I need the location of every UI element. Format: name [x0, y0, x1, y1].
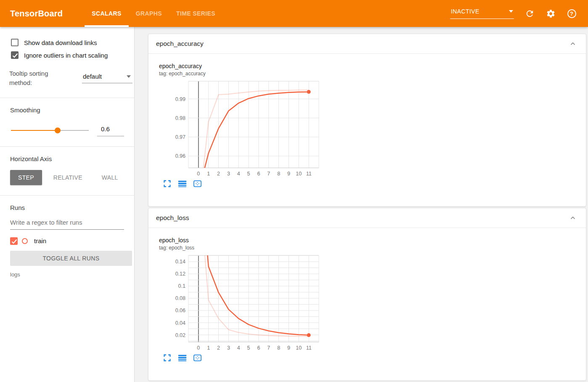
smoothing-slider[interactable]	[11, 127, 89, 134]
chart-title: epoch_loss	[159, 237, 586, 244]
chevron-down-icon	[127, 75, 131, 78]
smoothing-label: Smoothing	[10, 106, 124, 114]
svg-text:0.02: 0.02	[175, 332, 185, 338]
settings-button[interactable]	[545, 8, 556, 19]
fit-to-data-icon	[193, 179, 202, 188]
header-actions: INACTIVE ?	[450, 0, 577, 27]
svg-text:7: 7	[267, 345, 270, 351]
smoothing-value-input[interactable]: 0.6	[97, 125, 124, 136]
fit-domain-button[interactable]	[193, 179, 202, 188]
fullscreen-icon	[163, 353, 172, 362]
chart-toolbar	[163, 179, 586, 188]
horizontal-axis-label: Horizontal Axis	[10, 155, 124, 162]
svg-text:11: 11	[306, 345, 312, 351]
tab-graphs[interactable]: GRAPHS	[129, 0, 169, 27]
slider-thumb[interactable]	[55, 127, 61, 133]
svg-text:6: 6	[257, 171, 260, 177]
run-item-train: train	[10, 237, 124, 245]
gear-icon	[546, 9, 556, 19]
run-train-label: train	[34, 237, 46, 244]
svg-text:6: 6	[257, 345, 260, 351]
svg-text:1: 1	[207, 345, 210, 351]
chart-tag: tag: epoch_accuracy	[159, 71, 586, 77]
runs-directory-label: logs	[10, 271, 124, 278]
card-epoch-accuracy-header[interactable]: epoch_accuracy	[148, 34, 586, 54]
svg-text:0.96: 0.96	[175, 153, 185, 159]
epoch-loss-chart[interactable]: 0.020.040.060.080.10.120.140123456789101…	[172, 254, 320, 352]
settings-sidebar: Show data download links Ignore outliers…	[0, 27, 135, 382]
svg-text:5: 5	[247, 345, 250, 351]
fit-domain-button[interactable]	[193, 353, 202, 362]
svg-text:0.14: 0.14	[175, 259, 185, 265]
svg-text:0: 0	[197, 171, 200, 177]
fit-to-data-icon	[193, 353, 202, 362]
card-epoch-accuracy: epoch_accuracy epoch_accuracy tag: epoch…	[148, 34, 586, 207]
help-button[interactable]: ?	[566, 8, 577, 19]
svg-text:3: 3	[227, 171, 230, 177]
runs-section: Runs Write a regex to filter runs train …	[0, 196, 134, 278]
svg-text:2: 2	[217, 171, 220, 177]
show-download-links-row: Show data download links	[11, 39, 127, 46]
svg-text:0.04: 0.04	[175, 320, 185, 326]
check-icon	[12, 53, 18, 58]
toggle-all-runs-button[interactable]: TOGGLE ALL RUNS	[10, 251, 132, 266]
ignore-outliers-label: Ignore outliers in chart scaling	[24, 52, 108, 59]
chevron-up-icon	[569, 40, 577, 48]
show-download-links-checkbox[interactable]	[11, 39, 19, 46]
svg-text:0.12: 0.12	[175, 271, 185, 277]
view-data-button[interactable]	[178, 353, 187, 362]
svg-text:0.08: 0.08	[175, 295, 185, 301]
tooltip-sorting-row: Tooltip sorting method: default	[9, 69, 132, 88]
svg-text:3: 3	[227, 345, 230, 351]
fullscreen-icon	[163, 179, 172, 188]
tooltip-sorting-value: default	[83, 73, 102, 80]
help-icon: ?	[567, 9, 576, 18]
tab-scalars[interactable]: SCALARS	[85, 0, 128, 27]
svg-text:9: 9	[287, 171, 290, 177]
svg-text:10: 10	[296, 345, 302, 351]
svg-text:0: 0	[197, 345, 200, 351]
run-color-indicator[interactable]	[22, 238, 28, 244]
svg-text:0.99: 0.99	[175, 96, 185, 102]
expand-chart-button[interactable]	[163, 353, 172, 362]
chart-title: epoch_accuracy	[159, 63, 586, 69]
runs-filter-input[interactable]: Write a regex to filter runs	[10, 219, 124, 230]
horizontal-axis-section: Horizontal Axis STEP RELATIVE WALL	[0, 147, 134, 185]
dashboard-content: epoch_accuracy epoch_accuracy tag: epoch…	[135, 27, 588, 382]
svg-text:0.97: 0.97	[175, 134, 185, 140]
svg-text:0.1: 0.1	[178, 283, 185, 289]
svg-text:10: 10	[296, 171, 302, 177]
expand-chart-button[interactable]	[163, 179, 172, 188]
smoothing-section: Smoothing 0.6	[0, 98, 134, 136]
run-train-checkbox[interactable]	[10, 237, 18, 245]
runs-filter-placeholder: Write a regex to filter runs	[10, 219, 82, 226]
card-epoch-loss: epoch_loss epoch_loss tag: epoch_loss 0.…	[148, 208, 586, 381]
view-data-button[interactable]	[178, 179, 187, 188]
data-rows-icon	[178, 353, 187, 362]
axis-step-button[interactable]: STEP	[10, 170, 42, 185]
tab-time-series[interactable]: TIME SERIES	[169, 0, 222, 27]
ignore-outliers-checkbox[interactable]	[11, 51, 19, 59]
app-header: TensorBoard SCALARS GRAPHS TIME SERIES I…	[0, 0, 588, 27]
check-icon	[11, 239, 17, 244]
ignore-outliers-row: Ignore outliers in chart scaling	[11, 51, 127, 59]
svg-text:7: 7	[267, 171, 270, 177]
axis-relative-button[interactable]: RELATIVE	[45, 170, 90, 185]
card-epoch-loss-header[interactable]: epoch_loss	[148, 208, 586, 228]
epoch-accuracy-chart[interactable]: 0.960.970.980.9901234567891011	[172, 80, 320, 178]
axis-wall-button[interactable]: WALL	[94, 170, 126, 185]
svg-text:4: 4	[237, 171, 240, 177]
nav-tabs: SCALARS GRAPHS TIME SERIES	[85, 0, 222, 27]
refresh-button[interactable]	[524, 8, 535, 19]
svg-text:5: 5	[247, 171, 250, 177]
status-dropdown[interactable]: INACTIVE	[450, 8, 514, 19]
collapse-button[interactable]	[569, 214, 577, 222]
svg-text:8: 8	[277, 171, 280, 177]
svg-text:11: 11	[306, 171, 312, 177]
tooltip-sorting-label: Tooltip sorting method:	[9, 69, 59, 88]
data-rows-icon	[178, 179, 187, 188]
svg-text:4: 4	[237, 345, 240, 351]
collapse-button[interactable]	[569, 40, 577, 48]
tooltip-sorting-dropdown[interactable]: default	[82, 73, 132, 83]
svg-text:1: 1	[207, 171, 210, 177]
